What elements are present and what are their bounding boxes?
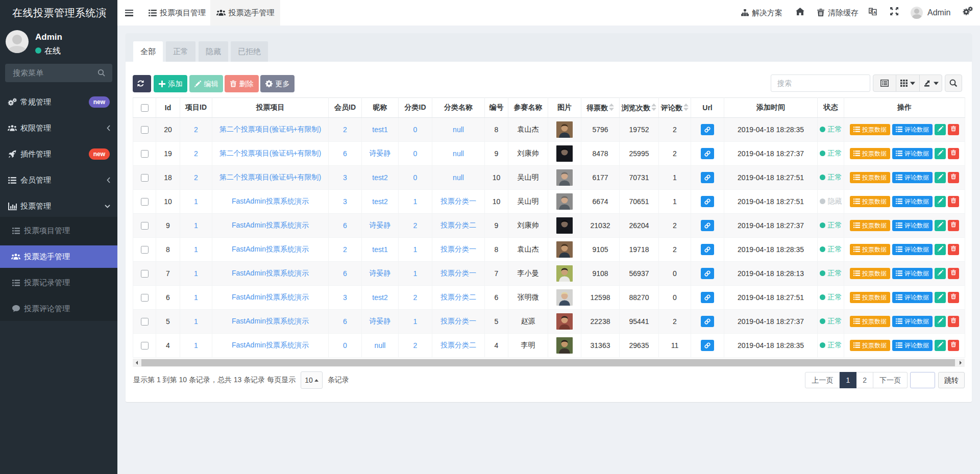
svg-text:A: A	[873, 10, 876, 15]
